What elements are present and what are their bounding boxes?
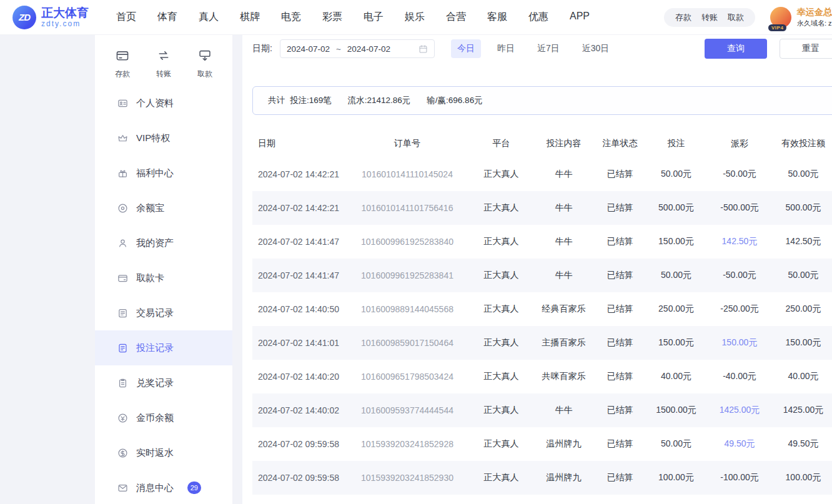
table-row: 2024-07-02 14:40:021016009593774444544正大… [252, 393, 832, 427]
nav-item-12[interactable]: APP [570, 11, 590, 24]
quick-action-1[interactable]: 存款 [115, 49, 130, 79]
cell-valid_bet: 50.00元 [773, 157, 832, 191]
sidebar-item-label: VIP特权 [136, 132, 170, 144]
user-domain-note: 永久域名: z [797, 19, 832, 27]
sidebar-item-3[interactable]: 福利中心 [95, 156, 232, 190]
sidebar-item-label: 我的资产 [136, 237, 174, 249]
sidebar-item-7[interactable]: 交易记录 [95, 295, 232, 330]
cell-platform: 正大真人 [468, 259, 534, 292]
range-tab-2[interactable]: 昨日 [491, 39, 521, 58]
nav-item-3[interactable]: 真人 [199, 11, 219, 24]
brand-logo[interactable]: ZD 正大体育 zdty.com [12, 6, 89, 29]
sidebar-item-6[interactable]: 取款卡 [95, 260, 232, 295]
brand-name: 正大体育 [41, 6, 89, 20]
cell-valid_bet: 40.00元 [773, 360, 832, 393]
nav-item-11[interactable]: 优惠 [528, 11, 548, 24]
sidebar-item-label: 金币余额 [136, 412, 174, 424]
table-row: 2024-07-02 14:42:211016010141110145024正大… [252, 157, 832, 191]
cell-bet: 150.00元 [646, 326, 706, 360]
nav-item-9[interactable]: 合营 [446, 11, 466, 24]
sidebar-item-12[interactable]: 消息中心29 [95, 470, 232, 504]
bet-records-table: 日期订单号平台投注内容注单状态投注派彩有效投注额 2024-07-02 14:4… [252, 130, 832, 495]
sidebar-item-1[interactable]: 个人资料 [95, 86, 232, 121]
cell-bet: 250.00元 [646, 292, 706, 326]
notification-badge: 29 [187, 482, 201, 494]
table-row: 2024-07-02 14:42:211016010141101756416正大… [252, 191, 832, 225]
summary-stat-1: 投注:169笔 [290, 96, 332, 105]
quick-action-2[interactable]: 转账 [156, 49, 171, 79]
sidebar-item-5[interactable]: 我的资产 [95, 225, 232, 260]
range-tab-4[interactable]: 近30日 [576, 39, 616, 58]
cell-payout: -50.00元 [706, 259, 773, 292]
sidebar-item-2[interactable]: VIP特权 [95, 121, 232, 156]
sidebar-item-11[interactable]: 实时返水 [95, 435, 232, 470]
column-header-6: 投注 [646, 130, 706, 157]
sidebar-item-8[interactable]: 投注记录 [95, 330, 232, 365]
cell-bet: 500.00元 [646, 191, 706, 225]
user-block[interactable]: VIP4 幸运金总 永久域名: z [770, 7, 832, 28]
avatar[interactable]: VIP4 [770, 7, 791, 28]
cell-valid_bet: 49.50元 [773, 427, 832, 461]
query-button[interactable]: 查询 [705, 39, 767, 59]
cell-content: 牛牛 [534, 225, 593, 259]
cell-payout: -100.00元 [706, 461, 773, 495]
range-tab-3[interactable]: 近7日 [531, 39, 566, 58]
sidebar-item-9[interactable]: 兑奖记录 [95, 365, 232, 400]
gold-coin-icon [117, 413, 128, 423]
cell-valid_bet: 1425.00元 [773, 393, 832, 427]
quick-action-label: 转账 [156, 69, 171, 79]
reset-button[interactable]: 重置 [780, 39, 832, 59]
wallet-link-3[interactable]: 取款 [723, 12, 749, 23]
cell-valid_bet: 500.00元 [773, 191, 832, 225]
sidebar-quick-actions: 存款转账取款 [95, 49, 232, 79]
sidebar-menu: 个人资料VIP特权福利中心余额宝我的资产取款卡交易记录投注记录兑奖记录金币余额实… [95, 86, 232, 504]
column-header-3: 平台 [468, 130, 534, 157]
cell-bet: 50.00元 [646, 259, 706, 292]
sidebar-item-label: 福利中心 [136, 167, 174, 179]
date-separator: ~ [336, 44, 341, 54]
sidebar-item-10[interactable]: 金币余额 [95, 400, 232, 435]
gift-icon [117, 168, 128, 179]
cell-payout: 49.50元 [706, 427, 773, 461]
user-meta: 幸运金总 永久域名: z [797, 7, 832, 27]
calendar-icon[interactable] [418, 44, 428, 54]
wallet-link-2[interactable]: 转账 [696, 12, 723, 23]
cell-content: 牛牛 [534, 191, 593, 225]
nav-item-8[interactable]: 娱乐 [405, 11, 425, 24]
nav-item-5[interactable]: 电竞 [281, 11, 301, 24]
cell-order_no: 1016010141101756416 [346, 191, 468, 225]
quick-action-3[interactable]: 取款 [197, 49, 212, 79]
brand-text: 正大体育 zdty.com [41, 6, 89, 29]
range-tab-1[interactable]: 今日 [451, 39, 481, 58]
sidebar-item-label: 个人资料 [136, 97, 174, 109]
cell-content: 经典百家乐 [534, 292, 593, 326]
nav-item-4[interactable]: 棋牌 [240, 11, 260, 24]
sidebar-item-label: 交易记录 [136, 307, 174, 319]
nav-item-6[interactable]: 彩票 [322, 11, 342, 24]
cell-payout: -250.00元 [706, 292, 773, 326]
nav-item-2[interactable]: 体育 [157, 11, 177, 24]
sidebar-item-4[interactable]: 余额宝 [95, 190, 232, 225]
cell-content: 牛牛 [534, 259, 593, 292]
cell-status: 已结算 [593, 427, 646, 461]
wallet-pill: 存款转账取款 [664, 8, 755, 27]
nav-item-1[interactable]: 首页 [116, 11, 136, 24]
summary-stats: 投注:169笔流水:21412.86元输/赢:696.86元 [290, 95, 499, 106]
wallet-link-1[interactable]: 存款 [670, 12, 696, 23]
cell-date: 2024-07-02 14:41:47 [252, 259, 346, 292]
cell-payout: -40.00元 [706, 360, 773, 393]
cell-payout: 142.50元 [706, 225, 773, 259]
date-range-picker[interactable]: 2024-07-02 ~ 2024-07-02 [280, 39, 435, 58]
cell-bet: 50.00元 [646, 157, 706, 191]
cell-date: 2024-07-02 14:42:21 [252, 191, 346, 225]
rebate-icon [117, 448, 128, 458]
cell-date: 2024-07-02 14:42:21 [252, 157, 346, 191]
cell-order_no: 1016009593774444544 [346, 393, 468, 427]
nav-item-7[interactable]: 电子 [364, 11, 384, 24]
cell-status: 已结算 [593, 191, 646, 225]
brand-domain: zdty.com [41, 20, 89, 29]
cell-payout: 1425.00元 [706, 393, 773, 427]
cell-bet: 50.00元 [646, 427, 706, 461]
nav-item-10[interactable]: 客服 [487, 11, 507, 24]
summary-bar: 共计 投注:169笔流水:21412.86元输/赢:696.86元 [252, 86, 832, 115]
